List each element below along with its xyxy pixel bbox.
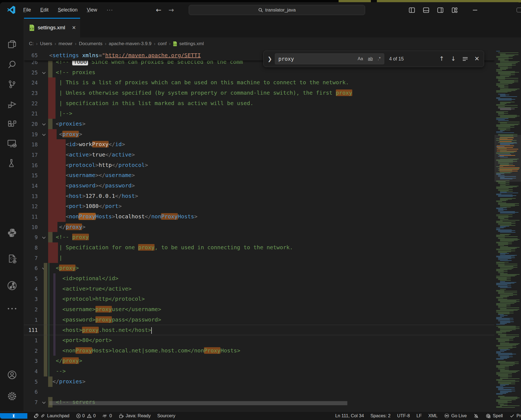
breadcrumb-item-maven[interactable]: apache-maven-3.9.9	[109, 41, 152, 47]
code-line[interactable]: 14 <password></password>	[24, 181, 521, 191]
code-line[interactable]: 2 <username>proxyuser</username>	[24, 304, 521, 315]
code-line[interactable]: 6	[24, 387, 521, 397]
cursor-position-item[interactable]: Ln 111, Col 34	[332, 413, 367, 418]
toggle-panel-icon[interactable]	[423, 7, 430, 14]
code-line[interactable]: 1 <port>80</port>	[24, 335, 521, 346]
code-line[interactable]: 19 <proxy>	[24, 129, 521, 140]
breadcrumb-item-drive[interactable]: C:	[29, 41, 34, 47]
vscode-logo-icon[interactable]	[7, 5, 16, 16]
java-status-item[interactable]: Java: Ready	[115, 413, 154, 418]
toggle-secondary-sidebar-icon[interactable]	[437, 7, 444, 14]
code-line[interactable]: 6 <proxy>	[24, 263, 521, 273]
eol-item[interactable]: LF	[413, 413, 425, 418]
code-lines[interactable]: 26 <!-- TODO Since when can proxies be s…	[24, 57, 521, 407]
code-line[interactable]: 1 <password>proxypass</password>	[24, 315, 521, 325]
match-case-icon[interactable]: Aa	[357, 56, 364, 62]
minimize-button[interactable]	[473, 2, 477, 18]
remote-indicator[interactable]	[0, 413, 27, 419]
breadcrumb-item-users[interactable]: Users	[40, 41, 52, 47]
current-code-line[interactable]: 111 <host>proxy.host.net</host>	[24, 325, 521, 335]
fold-chevron-icon[interactable]	[42, 132, 46, 136]
maximize-button[interactable]	[517, 8, 521, 12]
indentation-item[interactable]: Spaces: 2	[367, 413, 394, 418]
extensions-icon[interactable]	[0, 119, 24, 130]
testing-icon[interactable]	[0, 158, 24, 168]
settings-gear-icon[interactable]	[0, 391, 24, 402]
live-share-icon[interactable]	[0, 280, 24, 291]
sourcery-item[interactable]: Sourcery	[154, 413, 179, 418]
code-line[interactable]: 24 | This is a list of proxies which can…	[24, 77, 521, 88]
find-in-selection-icon[interactable]	[462, 56, 468, 61]
menu-view[interactable]: View	[83, 5, 101, 15]
toggle-replace-chevron-icon[interactable]: ❯	[266, 56, 275, 62]
code-line[interactable]: 13 <host>127.0.0.1</host>	[24, 191, 521, 201]
previous-match-icon[interactable]: ↑	[439, 56, 444, 62]
fold-chevron-icon[interactable]	[42, 71, 46, 74]
encoding-item[interactable]: UTF-8	[394, 413, 413, 418]
next-match-icon[interactable]: ↓	[451, 56, 456, 62]
minimap-slider[interactable]	[494, 135, 521, 182]
horizontal-scrollbar[interactable]	[49, 401, 347, 405]
customize-layout-icon[interactable]	[451, 7, 458, 14]
go-live-item[interactable]: Go Live	[441, 413, 470, 418]
go-back-icon[interactable]: ←	[156, 6, 161, 14]
code-line[interactable]: 5 <id>optional</id>	[24, 273, 521, 284]
fold-chevron-icon[interactable]	[42, 400, 46, 404]
regex-icon[interactable]: .*	[377, 56, 382, 62]
fold-chevron-icon[interactable]	[42, 122, 46, 126]
breadcrumb-item-documents[interactable]: Documents	[79, 41, 102, 47]
formatter-item[interactable]: Pr	[506, 413, 521, 418]
code-line[interactable]: 2 <nonProxyHosts>local.net|some.host.com…	[24, 346, 521, 356]
code-line[interactable]: 17 <active>true</active>	[24, 150, 521, 160]
code-line[interactable]: 16 <protocol>http</protocol>	[24, 160, 521, 170]
remote-explorer-icon[interactable]	[0, 138, 24, 149]
find-input[interactable]: proxy Aa ab .*	[275, 53, 384, 64]
go-forward-icon[interactable]: →	[168, 6, 174, 14]
code-line[interactable]: 7 |	[24, 253, 521, 263]
code-line[interactable]: 23 | Unless otherwise specified (by syst…	[24, 88, 521, 98]
toggle-sidebar-icon[interactable]	[408, 7, 415, 14]
menu-edit[interactable]: Edit	[37, 5, 52, 15]
code-line[interactable]: 4 <active>true</active>	[24, 284, 521, 294]
run-debug-icon[interactable]	[0, 99, 24, 109]
code-editor[interactable]: 26 <!-- TODO Since when can proxies be s…	[24, 50, 521, 411]
additional-views-icon[interactable]	[0, 307, 24, 311]
code-line[interactable]: 21 |-->	[24, 108, 521, 119]
code-line[interactable]: 10 </proxy>	[24, 222, 521, 232]
command-center-search[interactable]: translator_java	[189, 5, 365, 15]
spell-checker-item[interactable]: Spell	[482, 413, 506, 419]
code-line[interactable]: 3 </proxy>	[24, 356, 521, 366]
launchpad-item[interactable]: Launchpad	[30, 413, 73, 418]
tab-settings-xml[interactable]: settings.xml ×	[24, 18, 80, 37]
code-line[interactable]: 11 <nonProxyHosts>localhost</nonProxyHos…	[24, 212, 521, 222]
tab-close-icon[interactable]: ×	[72, 25, 76, 31]
code-line[interactable]: 20 <proxies>	[24, 119, 521, 129]
code-line[interactable]: 25 <!-- proxies	[24, 67, 521, 78]
code-line[interactable]: 15 <username></username>	[24, 170, 521, 181]
problems-item[interactable]: 0 0	[73, 413, 99, 418]
source-control-icon[interactable]	[0, 79, 24, 89]
menu-file[interactable]: File	[20, 5, 34, 15]
whole-word-icon[interactable]: ab	[367, 56, 374, 62]
code-line[interactable]: 8 | Specification for one proxy, to be u…	[24, 242, 521, 253]
search-sidebar-icon[interactable]	[0, 59, 24, 70]
breadcrumb-item-user[interactable]: meowr	[59, 41, 72, 47]
fold-chevron-icon[interactable]	[42, 236, 46, 239]
code-line[interactable]: 3 <protocol>http</protocol>	[24, 294, 521, 304]
account-icon[interactable]	[0, 369, 24, 380]
language-mode-item[interactable]: XML	[425, 413, 441, 418]
notifications-muted-item[interactable]	[470, 413, 482, 419]
minimap[interactable]	[494, 50, 521, 411]
menu-more-ellipsis[interactable]: ···	[103, 6, 117, 14]
code-line[interactable]: 22 | specification in this list marked a…	[24, 98, 521, 109]
code-line[interactable]: 4 -->	[24, 366, 521, 376]
code-line[interactable]: 5 </proxies>	[24, 376, 521, 387]
code-line[interactable]: 18 <id>workProxy</id>	[24, 139, 521, 150]
breadcrumb-item-conf[interactable]: conf	[158, 41, 167, 47]
explorer-icon[interactable]	[0, 39, 24, 50]
code-line[interactable]: 12 <port>1080</port>	[24, 201, 521, 212]
close-find-icon[interactable]: ✕	[475, 56, 479, 62]
breadcrumb-item-file[interactable]: settings.xml	[173, 41, 204, 47]
menu-selection[interactable]: Selection	[54, 5, 81, 15]
python-icon[interactable]	[0, 227, 24, 238]
